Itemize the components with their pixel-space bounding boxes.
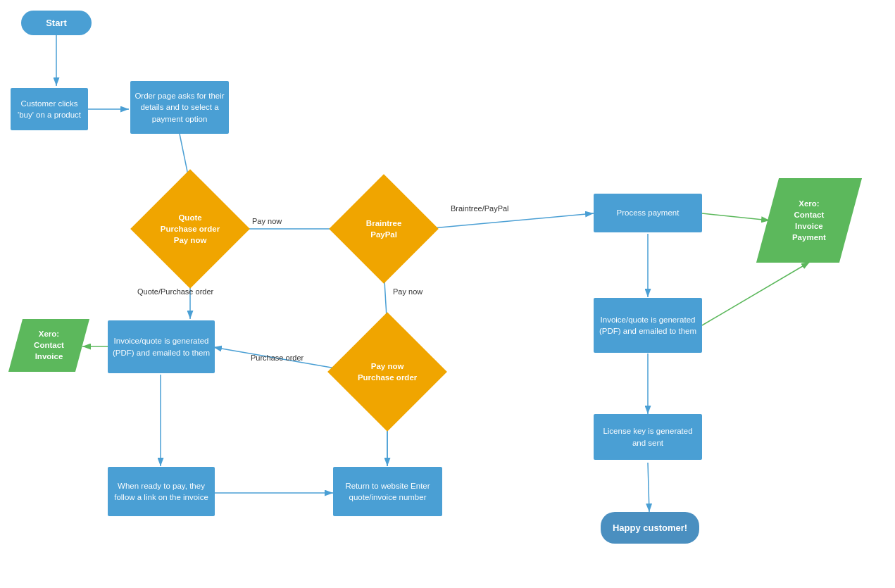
pay-now-purchase-label: Pay nowPurchase order <box>358 361 417 383</box>
order-page-label: Order page asks for their details and to… <box>134 90 225 124</box>
when-ready-node: When ready to pay, they follow a link on… <box>108 467 215 516</box>
quote-po-label: Quote/Purchase order <box>137 287 213 296</box>
invoice-quote-left-label: Invoice/quote is generated (PDF) and ema… <box>111 335 211 358</box>
flowchart: Start Customer clicks 'buy' on a product… <box>0 0 895 588</box>
xero-contact-invoice-label: Xero:ContactInvoice <box>34 328 64 362</box>
order-page-node: Order page asks for their details and to… <box>130 81 229 134</box>
customer-clicks-label: Customer clicks 'buy' on a product <box>14 98 85 120</box>
payment-choice-label: QuotePurchase orderPay now <box>161 212 220 246</box>
pay-now-label: Pay now <box>252 217 282 225</box>
when-ready-label: When ready to pay, they follow a link on… <box>111 480 211 503</box>
braintree-paypal-node: BraintreePayPal <box>345 190 423 268</box>
invoice-quote-left-node: Invoice/quote is generated (PDF) and ema… <box>108 320 215 373</box>
purchase-order-label: Purchase order <box>251 354 303 362</box>
process-payment-node: Process payment <box>594 194 702 232</box>
start-node: Start <box>21 11 92 35</box>
invoice-quote-right-label: Invoice/quote is generated (PDF) and ema… <box>597 314 699 337</box>
svg-line-19 <box>648 463 649 512</box>
svg-line-7 <box>425 213 594 229</box>
invoice-quote-right-node: Invoice/quote is generated (PDF) and ema… <box>594 298 702 353</box>
return-website-label: Return to website Enter quote/invoice nu… <box>337 480 439 503</box>
svg-line-15 <box>702 213 770 220</box>
happy-customer-label: Happy customer! <box>613 523 687 533</box>
pay-now2-label: Pay now <box>393 287 423 296</box>
braintree-paypal-label: BraintreePayPal <box>366 218 402 240</box>
customer-clicks-node: Customer clicks 'buy' on a product <box>11 88 88 130</box>
xero-contact-payment-node: Xero:ContactInvoicePayment <box>768 178 851 263</box>
process-payment-label: Process payment <box>617 207 680 218</box>
license-key-label: License key is generated and sent <box>597 425 699 448</box>
xero-contact-invoice-node: Xero:ContactInvoice <box>15 319 82 372</box>
pay-now-purchase-node: Pay nowPurchase order <box>345 330 430 414</box>
start-label: Start <box>46 18 67 28</box>
happy-customer-node: Happy customer! <box>601 512 699 544</box>
braintree-paypal-label-text: Braintree/PayPal <box>451 204 509 213</box>
xero-contact-payment-label: Xero:ContactInvoicePayment <box>792 198 826 243</box>
payment-choice-node: QuotePurchase orderPay now <box>148 187 232 271</box>
return-website-node: Return to website Enter quote/invoice nu… <box>333 467 442 516</box>
svg-line-18 <box>702 262 810 325</box>
license-key-node: License key is generated and sent <box>594 414 702 460</box>
